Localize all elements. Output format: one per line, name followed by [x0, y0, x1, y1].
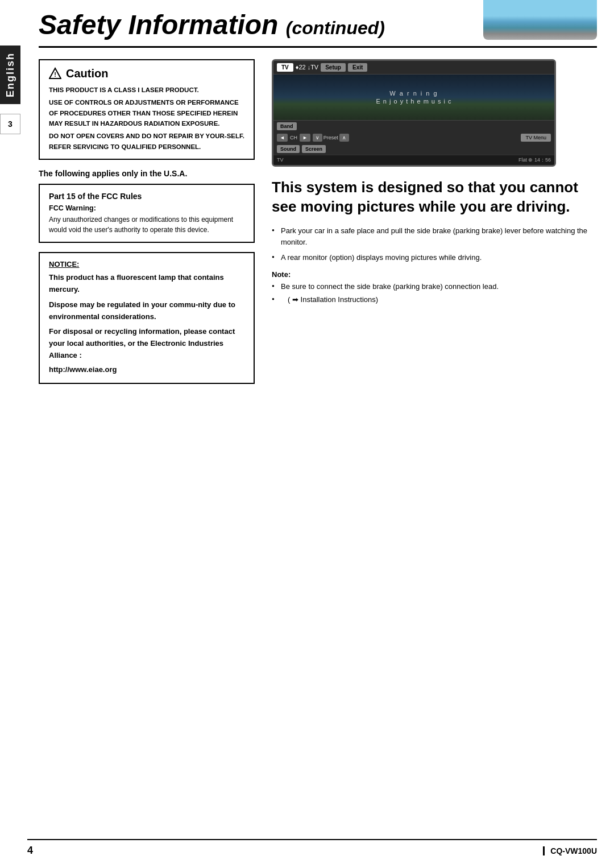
ch-right-button[interactable]: ► [300, 134, 310, 142]
side-language-tab: English [0, 46, 20, 104]
caution-title: ! Caution [49, 67, 244, 80]
tv-controls-row3: Sound Screen [277, 145, 551, 153]
tv-warning-message: E n j o y t h e m u s i c [376, 98, 451, 105]
tv-controls-row2: ◄ CH ► ∨ Preset ∧ TV Menu [277, 134, 551, 142]
tv-warning-title: W a r n i n g [376, 90, 451, 97]
preset-label: Preset [323, 135, 338, 140]
notice-title: NOTICE: [49, 260, 244, 268]
tv-screen-body: W a r n i n g E n j o y t h e m u s i c [273, 75, 554, 120]
sound-button[interactable]: Sound [277, 145, 300, 153]
caution-text: THIS PRODUCT IS A CLASS I LASER PRODUCT.… [49, 85, 244, 152]
header-image [483, 0, 597, 40]
driving-warning-heading: This system is designed so that you cann… [272, 178, 597, 217]
note-item: ( ➡ Installation Instructions) [272, 294, 597, 305]
fcc-box-title: Part 15 of the FCC Rules [49, 192, 244, 201]
right-column: TV ♦22 ↓TV Setup Exit W a r n i n g E n … [272, 59, 597, 384]
driving-warning-bullets: Park your car in a safe place and pull t… [272, 225, 597, 263]
tv-controls-row1: Band [277, 122, 551, 130]
band-button[interactable]: Band [277, 122, 297, 130]
bullet-item: A rear monitor (option) displays moving … [272, 252, 597, 263]
bullet-item: Park your car in a safe place and pull t… [272, 225, 597, 247]
tv-preset-controls: ∨ Preset ∧ [313, 134, 349, 142]
tv-status-bar: TV Flat ⊕ 14：56 [273, 155, 554, 165]
channel-number: ♦22 [296, 64, 306, 71]
note-list: Be sure to connect the side brake (parki… [272, 281, 597, 305]
page-footer: 4 CQ-VW100U [27, 839, 597, 857]
sky-landscape-image [483, 0, 597, 40]
page-number: 4 [27, 845, 33, 857]
tv-warning-overlay: W a r n i n g E n j o y t h e m u s i c [376, 90, 451, 105]
tv-screen-display: TV ♦22 ↓TV Setup Exit W a r n i n g E n … [272, 59, 556, 167]
notice-body: This product has a fluorescent lamp that… [49, 272, 244, 375]
caution-icon: ! [49, 67, 61, 80]
fcc-warning-text: Any unauthorized changes or modification… [49, 214, 244, 235]
tv-status-flat: Flat ⊕ 14：56 [518, 156, 551, 164]
caution-box: ! Caution THIS PRODUCT IS A CLASS I LASE… [39, 59, 255, 160]
main-content: Safety Information (continued) ! Caution… [27, 0, 614, 418]
section-number: 3 [8, 119, 13, 129]
note-label: Note: [272, 270, 597, 279]
note-section: Note: Be sure to connect the side brake … [272, 270, 597, 305]
left-column: ! Caution THIS PRODUCT IS A CLASS I LASE… [39, 59, 255, 384]
model-number: CQ-VW100U [543, 846, 597, 855]
screen-button[interactable]: Screen [302, 145, 326, 153]
tv-channel-display: ♦22 ↓TV [296, 64, 318, 71]
tv-tab-button[interactable]: TV [277, 63, 293, 72]
tv-controls-area: Band ◄ CH ► ∨ Preset ∧ TV Menu [273, 120, 554, 155]
notice-box: NOTICE: This product has a fluorescent l… [39, 252, 255, 383]
preset-up-button[interactable]: ∧ [339, 134, 349, 142]
preset-down-button[interactable]: ∨ [313, 134, 322, 142]
fcc-warning-label: FCC Warning: [49, 204, 244, 212]
following-applies-text: The following applies only in the U.S.A. [39, 169, 255, 178]
tv-menu-button[interactable]: TV Menu [521, 134, 551, 142]
side-tab-label: English [5, 52, 16, 97]
fcc-rules-box: Part 15 of the FCC Rules FCC Warning: An… [39, 184, 255, 243]
tv-type: ↓TV [308, 64, 319, 71]
tv-flat-label: TV [277, 157, 284, 163]
ch-label: CH [290, 135, 297, 140]
setup-button[interactable]: Setup [321, 63, 346, 72]
content-columns: ! Caution THIS PRODUCT IS A CLASS I LASE… [39, 59, 597, 384]
svg-text:!: ! [54, 71, 56, 78]
ch-left-button[interactable]: ◄ [277, 134, 288, 142]
section-number-box: 3 [0, 114, 20, 134]
exit-button[interactable]: Exit [348, 63, 367, 72]
tv-top-bar: TV ♦22 ↓TV Setup Exit [273, 61, 554, 75]
note-item: Be sure to connect the side brake (parki… [272, 281, 597, 292]
